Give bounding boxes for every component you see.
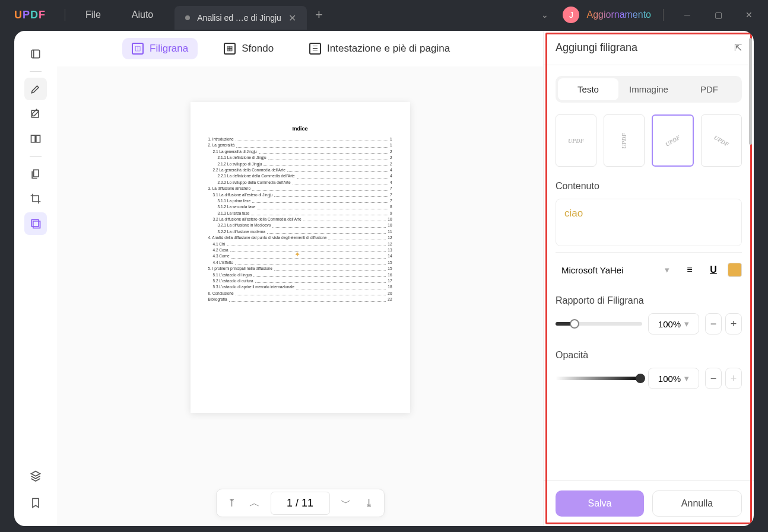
close-tab-icon[interactable]: ✕ xyxy=(288,12,296,24)
tab-watermark[interactable]: ◫ Filigrana xyxy=(122,38,198,59)
ratio-label: Rapporto di Filigrana xyxy=(556,295,742,306)
ratio-value[interactable]: 100%▾ xyxy=(648,313,699,335)
tab-background[interactable]: ▦ Sfondo xyxy=(214,38,283,59)
app-logo: UPDF xyxy=(0,9,60,21)
watermark-handle-icon[interactable]: ✦ xyxy=(294,250,300,259)
rail-pages-icon[interactable] xyxy=(24,163,47,185)
chevron-down-icon: ▾ xyxy=(665,265,669,275)
opacity-label: Opacità xyxy=(556,350,742,361)
menu-help[interactable]: Aiuto xyxy=(116,9,169,20)
watermark-tab-icon: ◫ xyxy=(132,43,144,55)
last-page-icon[interactable]: ⤓ xyxy=(362,494,376,512)
panel-title: Aggiungi filigrana xyxy=(556,42,637,54)
maximize-icon[interactable]: ▢ xyxy=(706,5,730,24)
watermark-preset-4[interactable]: UPDF xyxy=(701,114,742,167)
type-tab-image[interactable]: Immagine xyxy=(618,78,679,100)
type-tab-pdf[interactable]: PDF xyxy=(679,78,740,100)
rail-bookmark-icon[interactable] xyxy=(24,492,47,514)
header-footer-tab-icon: ☰ xyxy=(309,43,321,55)
prev-page-icon[interactable]: ︿ xyxy=(247,493,262,512)
close-window-icon[interactable]: ✕ xyxy=(737,5,761,24)
page-number-input[interactable]: 1 / 11 xyxy=(271,492,330,515)
cancel-button[interactable]: Annulla xyxy=(652,490,742,517)
page-title: Indice xyxy=(208,126,392,132)
tab-label: Sfondo xyxy=(242,43,274,55)
rail-reader-icon[interactable] xyxy=(24,43,47,65)
content-label: Contenuto xyxy=(556,181,742,192)
user-avatar[interactable]: J xyxy=(563,7,579,23)
tab-label: Filigrana xyxy=(150,43,188,55)
underline-icon[interactable]: U xyxy=(704,260,723,279)
svg-rect-0 xyxy=(31,50,39,58)
opacity-increase-button[interactable]: + xyxy=(725,368,742,389)
tab-title: Analisi ed …e di Jingju xyxy=(197,13,281,23)
rail-edit-icon[interactable] xyxy=(24,103,47,125)
document-page[interactable]: Indice 1. Introduzione12. La generalità1… xyxy=(191,102,410,413)
font-select[interactable]: Microsoft YaHei ▾ xyxy=(556,260,675,280)
tab-header-footer[interactable]: ☰ Intestazione e piè di pagina xyxy=(300,38,459,59)
rail-highlighter-icon[interactable] xyxy=(24,78,47,100)
tab-label: Intestazione e piè di pagina xyxy=(327,43,450,55)
watermark-preset-3[interactable]: UPDF xyxy=(652,114,694,167)
document-tab[interactable]: Analisi ed …e di Jingju ✕ xyxy=(174,6,307,30)
panel-expand-icon[interactable]: ⇱ xyxy=(734,42,742,53)
text-color-swatch[interactable] xyxy=(728,263,742,277)
first-page-icon[interactable]: ⤒ xyxy=(225,494,239,512)
background-tab-icon: ▦ xyxy=(224,43,236,55)
scrollbar[interactable] xyxy=(749,65,752,145)
watermark-preset-2[interactable]: UPDF xyxy=(604,114,645,167)
opacity-value[interactable]: 100%▾ xyxy=(648,368,699,389)
type-tab-text[interactable]: Testo xyxy=(558,78,618,100)
svg-rect-3 xyxy=(36,135,40,142)
ratio-slider[interactable] xyxy=(556,322,642,326)
page-navigator: ⤒ ︿ 1 / 11 ﹀ ⤓ xyxy=(216,489,385,517)
rail-compare-icon[interactable] xyxy=(24,128,47,150)
opacity-slider[interactable] xyxy=(556,377,642,380)
next-page-icon[interactable]: ﹀ xyxy=(338,493,354,512)
watermark-text-input[interactable]: ciao xyxy=(556,199,742,246)
save-button[interactable]: Salva xyxy=(556,490,644,517)
rail-layers-icon[interactable] xyxy=(24,464,47,487)
upgrade-link[interactable]: Aggiornamento xyxy=(586,9,651,20)
opacity-decrease-button[interactable]: − xyxy=(705,368,722,389)
rail-watermark-icon[interactable] xyxy=(24,212,47,235)
svg-rect-2 xyxy=(31,135,36,142)
ratio-decrease-button[interactable]: − xyxy=(705,313,722,335)
ratio-increase-button[interactable]: + xyxy=(725,313,742,335)
tab-indicator-icon xyxy=(185,15,190,20)
tabs-dropdown-icon[interactable]: ⌄ xyxy=(534,10,556,20)
minimize-icon[interactable]: ─ xyxy=(675,5,699,24)
menu-file[interactable]: File xyxy=(70,9,116,20)
table-of-contents: 1. Introduzione12. La generalità12.1 La … xyxy=(208,136,392,303)
rail-crop-icon[interactable] xyxy=(24,187,47,210)
align-icon[interactable]: ≡ xyxy=(680,260,699,279)
add-tab-button[interactable]: + xyxy=(307,7,331,23)
watermark-preset-1[interactable]: UPDF xyxy=(556,114,596,167)
